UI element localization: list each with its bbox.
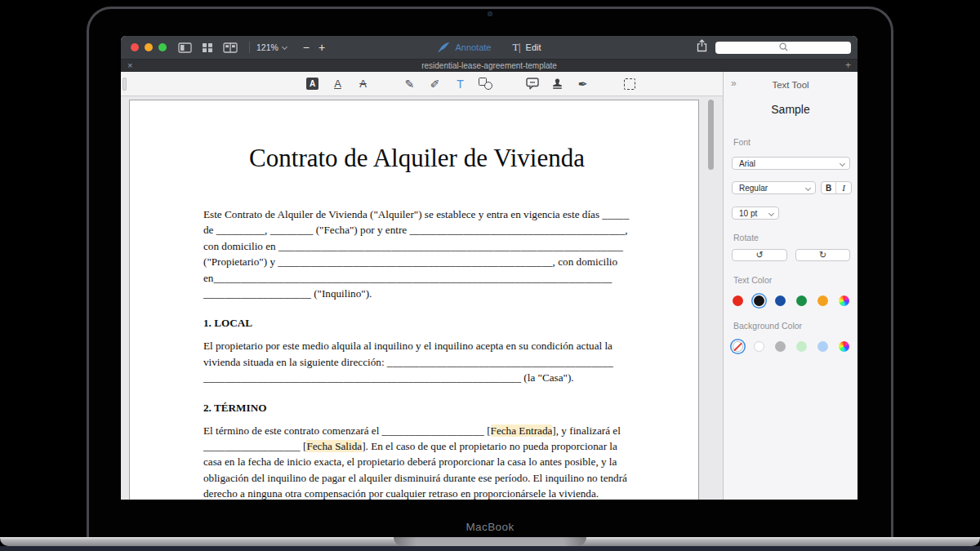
tab-bar: × residential-lease-agreement-template + [121,59,858,72]
doc-line: ________________________________________… [203,370,630,385]
red-swatch[interactable] [733,295,743,306]
rotate-left-button[interactable]: ↺ [732,249,787,261]
doc-text: con domicilio en _______________________… [203,240,623,252]
note-icon[interactable] [523,75,541,93]
macbook-base [0,537,980,546]
grid-view-icon[interactable] [202,42,213,53]
highlighted-field: Fecha Salida [306,440,362,452]
toolbar-divider [249,42,250,53]
gray-swatch[interactable] [775,341,786,352]
titlebar: 121% − + Annotate T| Edit [121,36,858,59]
font-family-select[interactable]: Arial [732,157,850,170]
background-color-label: Background Color [733,321,802,331]
doc-text: ("Propietario") y ______________________… [203,256,617,268]
fullscreen-window-button[interactable] [158,43,167,51]
doc-line: El propietario por este medio alquila al… [203,338,630,353]
blue-swatch[interactable] [775,295,786,306]
text-tool-icon[interactable]: T [452,75,470,93]
rotate-right-button[interactable]: ↻ [795,249,850,261]
share-icon[interactable] [697,39,707,56]
section-heading: 1. LOCAL [203,315,630,331]
doc-text: ________________________________________… [203,371,574,384]
bold-button[interactable]: B [822,182,836,193]
text-tool-panel: » Text Tool Sample Font Arial Regular B … [723,72,858,500]
marker-icon[interactable]: ✐ [426,75,444,93]
doc-paragraph: El propietario por este medio alquila al… [203,338,630,385]
annotate-label: Annotate [455,42,491,52]
strikethrough-icon[interactable]: A [354,75,372,93]
doc-text: ], y finalizará el [552,424,620,437]
white-swatch[interactable] [754,341,764,352]
macbook-base-shadow [0,546,980,551]
highlighted-field: Fecha Entrada [491,424,553,437]
doc-text: ____________________ ("Inquilino"). [203,287,372,300]
document-tab-title[interactable]: residential-lease-agreement-template [421,61,557,70]
pencil-icon[interactable]: ✎ [401,75,419,93]
desktop-background: 121% − + Annotate T| Edit [0,0,980,551]
doc-paragraph: El término de este contrato comenzará el… [203,423,630,500]
webcam-icon [488,11,492,16]
pdf-page: Contrato de Alquiler de Vivienda Este Co… [129,100,699,500]
sidebar-toggle-handle[interactable] [122,78,127,91]
doc-text: El propietario por este medio alquila al… [203,340,612,352]
doc-text: El término de este contrato comenzará el… [203,424,491,437]
shapes-icon[interactable] [477,75,495,93]
highlight-text-icon[interactable]: A [304,75,322,93]
minimize-window-button[interactable] [145,43,153,51]
new-tab-button[interactable]: + [845,60,851,71]
zoom-in-button[interactable]: + [316,42,327,53]
doc-text: vivienda situada en la siguiente direcci… [203,356,613,368]
view-mode-buttons [178,42,238,53]
light-green-swatch[interactable] [796,341,807,352]
tab-edit[interactable]: T| Edit [512,42,541,54]
search-input[interactable] [715,42,851,54]
doc-line: de _________, ________ ("Fecha") por y e… [203,222,630,238]
selection-icon[interactable] [621,75,639,93]
underline-icon[interactable]: A [329,75,347,93]
rotate-cw-icon: ↻ [819,251,826,260]
stamp-icon[interactable] [549,75,567,93]
rotate-ccw-icon: ↺ [755,251,763,260]
rotate-label: Rotate [733,233,759,242]
doc-text: en______________________________________… [203,272,612,284]
font-size-select[interactable]: 10 pt [732,207,779,220]
chevron-down-icon[interactable] [282,43,287,49]
chevron-down-icon [840,161,845,167]
macbook-base-notch [394,537,586,546]
signature-icon[interactable]: ✒ [574,75,592,93]
rainbow-swatch[interactable] [839,341,849,352]
black-swatch[interactable] [754,295,764,306]
close-window-button[interactable] [131,43,139,51]
window-controls [131,43,167,51]
rainbow-swatch[interactable] [839,295,849,306]
device-label: MacBook [0,521,980,533]
doc-text: __________________ [ [203,440,306,452]
font-style-value: Regular [739,184,768,193]
light-blue-swatch[interactable] [817,341,828,352]
two-page-view-icon[interactable] [223,42,238,53]
doc-line: en______________________________________… [203,270,630,286]
font-style-select[interactable]: Regular [732,181,816,194]
chevron-down-icon [768,211,774,216]
green-swatch[interactable] [796,295,807,306]
search-icon [779,40,788,55]
vertical-scrollbar[interactable] [708,100,714,170]
doc-line: ("Propietario") y ______________________… [203,254,630,269]
doc-line: con domicilio en _______________________… [203,238,630,254]
font-label: Font [733,137,751,147]
doc-text: Este Contrato de Alquiler de Vivienda ("… [203,208,629,220]
panel-title: Text Tool [724,80,858,90]
bold-italic-group: B I [821,181,852,194]
italic-button[interactable]: I [836,182,851,193]
orange-swatch[interactable] [817,295,828,306]
tab-annotate[interactable]: Annotate [437,42,491,54]
none-swatch[interactable] [733,341,743,352]
zoom-level-value[interactable]: 121% [256,42,278,52]
doc-line: __________________ [Fecha Salida]. En el… [203,438,630,454]
doc-text: obligación del inquilino de pagar el alq… [203,472,627,484]
thumbnail-panel-icon[interactable] [178,42,192,53]
edit-label: Edit [526,42,541,52]
text-color-label: Text Color [733,275,772,285]
zoom-out-button[interactable]: − [301,42,312,53]
tab-close-button[interactable]: × [127,60,132,70]
